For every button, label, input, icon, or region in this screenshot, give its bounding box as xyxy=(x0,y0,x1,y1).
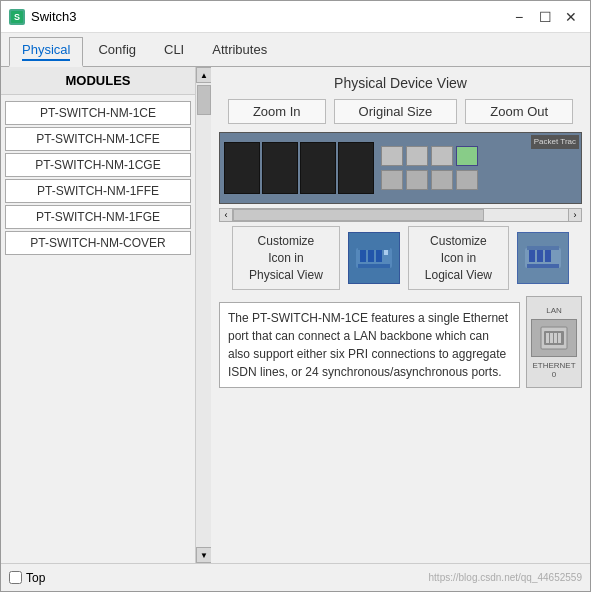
logical-icon-preview xyxy=(517,232,569,284)
tab-physical[interactable]: Physical xyxy=(9,37,83,67)
svg-rect-8 xyxy=(384,250,388,255)
window-controls: − ☐ ✕ xyxy=(508,6,582,28)
module-item-3[interactable]: PT-SWITCH-NM-1FFE xyxy=(5,179,191,203)
module-item-2[interactable]: PT-SWITCH-NM-1CGE xyxy=(5,153,191,177)
svg-rect-18 xyxy=(550,333,553,343)
module-slot-2 xyxy=(262,142,298,194)
port-4 xyxy=(381,170,403,190)
customize-physical-box: CustomizeIcon inPhysical View xyxy=(232,226,400,290)
bottom-bar: Top https://blog.csdn.net/qq_44652559 xyxy=(1,563,590,591)
port-7 xyxy=(456,170,478,190)
sidebar-header: MODULES xyxy=(1,67,195,95)
top-checkbox[interactable] xyxy=(9,571,22,584)
svg-rect-7 xyxy=(376,250,382,262)
svg-rect-6 xyxy=(368,250,374,262)
ethernet-port-icon xyxy=(535,323,573,353)
port-preview-image xyxy=(531,319,577,357)
port-5 xyxy=(406,170,428,190)
description-box: The PT-SWITCH-NM-1CE features a single E… xyxy=(219,302,520,388)
sidebar: MODULES PT-SWITCH-NM-1CE PT-SWITCH-NM-1C… xyxy=(1,67,211,563)
title-bar: S Switch3 − ☐ ✕ xyxy=(1,1,590,33)
original-size-button[interactable]: Original Size xyxy=(334,99,458,124)
port-row-2 xyxy=(381,170,478,190)
horizontal-scrollbar: ‹ › xyxy=(219,208,582,222)
module-item-4[interactable]: PT-SWITCH-NM-1FGE xyxy=(5,205,191,229)
switch-logical-icon xyxy=(523,240,563,276)
customize-physical-button[interactable]: CustomizeIcon inPhysical View xyxy=(232,226,340,290)
scroll-down-button[interactable]: ▼ xyxy=(196,547,212,563)
port-active-1 xyxy=(456,146,478,166)
scroll-left-button[interactable]: ‹ xyxy=(219,208,233,222)
port-row-1 xyxy=(381,146,478,166)
watermark: https://blog.csdn.net/qq_44652559 xyxy=(429,572,582,583)
zoom-out-button[interactable]: Zoom Out xyxy=(465,99,573,124)
main-panel: Physical Device View Zoom In Original Si… xyxy=(211,67,590,563)
port-preview-panel: LAN ETHERNET 0 xyxy=(526,296,582,388)
app-icon: S xyxy=(9,9,25,25)
window-title: Switch3 xyxy=(31,9,508,24)
tab-cli[interactable]: CLI xyxy=(151,37,197,66)
scroll-thumb[interactable] xyxy=(197,85,211,115)
tab-attributes[interactable]: Attributes xyxy=(199,37,280,66)
zoom-controls: Zoom In Original Size Zoom Out xyxy=(219,99,582,124)
svg-text:S: S xyxy=(14,12,20,22)
port-1 xyxy=(381,146,403,166)
scroll-track-h xyxy=(233,208,568,222)
svg-rect-17 xyxy=(546,333,549,343)
packet-tracer-label: Packet Trac xyxy=(531,135,579,149)
customize-logical-box: CustomizeIcon inLogical View xyxy=(408,226,569,290)
top-checkbox-area: Top xyxy=(9,571,45,585)
customize-section: CustomizeIcon inPhysical View xyxy=(219,226,582,290)
port-3 xyxy=(431,146,453,166)
description-row: The PT-SWITCH-NM-1CE features a single E… xyxy=(219,296,582,388)
scroll-track xyxy=(196,83,211,547)
module-item-1[interactable]: PT-SWITCH-NM-1CFE xyxy=(5,127,191,151)
top-label: Top xyxy=(26,571,45,585)
description-text: The PT-SWITCH-NM-1CE features a single E… xyxy=(228,311,508,379)
maximize-button[interactable]: ☐ xyxy=(534,6,556,28)
minimize-button[interactable]: − xyxy=(508,6,530,28)
port-preview-label: LAN xyxy=(546,306,562,315)
svg-rect-5 xyxy=(360,250,366,262)
switch-physical-icon xyxy=(354,240,394,276)
module-item-5[interactable]: PT-SWITCH-NM-COVER xyxy=(5,231,191,255)
main-window: S Switch3 − ☐ ✕ Physical Config CLI Attr… xyxy=(0,0,591,592)
module-item-0[interactable]: PT-SWITCH-NM-1CE xyxy=(5,101,191,125)
ethernet-label: ETHERNET 0 xyxy=(531,361,577,379)
scroll-right-button[interactable]: › xyxy=(568,208,582,222)
tab-bar: Physical Config CLI Attributes xyxy=(1,33,590,67)
svg-rect-4 xyxy=(358,264,390,268)
svg-rect-11 xyxy=(527,264,559,268)
zoom-in-button[interactable]: Zoom In xyxy=(228,99,326,124)
device-body xyxy=(224,142,577,194)
svg-rect-13 xyxy=(537,250,543,262)
svg-rect-10 xyxy=(527,246,559,250)
svg-rect-12 xyxy=(529,250,535,262)
customize-logical-button[interactable]: CustomizeIcon inLogical View xyxy=(408,226,509,290)
port-area xyxy=(381,146,478,190)
module-slot-3 xyxy=(300,142,336,194)
device-view-title: Physical Device View xyxy=(219,75,582,91)
scroll-thumb-h[interactable] xyxy=(233,209,484,221)
svg-rect-14 xyxy=(545,250,551,262)
device-display-container: Packet Trac ‹ › xyxy=(219,132,582,222)
sidebar-scrollbar: ▲ ▼ xyxy=(195,67,211,563)
port-6 xyxy=(431,170,453,190)
module-slot-4 xyxy=(338,142,374,194)
scroll-up-button[interactable]: ▲ xyxy=(196,67,212,83)
device-display: Packet Trac xyxy=(219,132,582,204)
svg-rect-19 xyxy=(554,333,557,343)
tab-config[interactable]: Config xyxy=(85,37,149,66)
close-button[interactable]: ✕ xyxy=(560,6,582,28)
port-2 xyxy=(406,146,428,166)
module-slots xyxy=(224,142,374,194)
modules-list: PT-SWITCH-NM-1CE PT-SWITCH-NM-1CFE PT-SW… xyxy=(1,95,195,261)
physical-icon-preview xyxy=(348,232,400,284)
svg-rect-3 xyxy=(358,246,390,250)
content-area: MODULES PT-SWITCH-NM-1CE PT-SWITCH-NM-1C… xyxy=(1,67,590,563)
module-slot-1 xyxy=(224,142,260,194)
svg-rect-20 xyxy=(558,333,561,343)
sidebar-main: MODULES PT-SWITCH-NM-1CE PT-SWITCH-NM-1C… xyxy=(1,67,195,563)
